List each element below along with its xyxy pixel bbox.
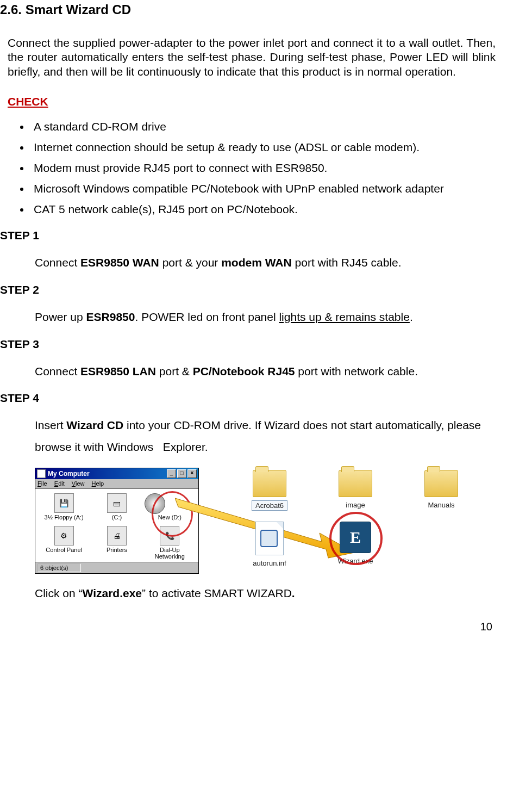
printer-icon: 🖨 [107,526,127,546]
drive-label: New (D:) [145,514,195,520]
text-bold: Wizard CD [66,419,123,431]
text-bold: ESR9850 [86,311,135,323]
maximize-icon: □ [177,469,186,478]
list-item: A standard CD-ROM drive [30,120,502,133]
wizard-exe-icon: E [340,522,371,553]
check-heading: CHECK [8,95,502,108]
text: . POWER led on front panel [135,311,279,323]
folder-manuals: Manuals [403,470,479,511]
window-title: My Computer [48,470,90,478]
check-list: A standard CD-ROM drive Internet connect… [0,120,502,216]
text: Connect [35,256,80,269]
text: port & your [159,256,221,269]
window-body: 💾 3½ Floppy (A:) 🖴 (C:) New (D:) ⚙ Contr… [35,488,198,562]
section-heading: 2.6. Smart Wizard CD [0,2,502,17]
text: Connect [35,365,80,377]
step4-label: STEP 4 [0,392,502,405]
step3-body: Connect ESR9850 LAN port & PC/Notebook R… [35,361,502,382]
drive-floppy: 💾 3½ Floppy (A:) [39,493,89,520]
drive-c: 🖴 (C:) [91,493,142,520]
item-label: Dial-Up Networking [145,547,195,560]
window-statusbar: 6 object(s) [35,562,198,573]
dialup: 📞 Dial-Up Networking [145,526,195,560]
page-number: 10 [0,621,492,633]
drive-cd: New (D:) [145,493,195,520]
folder-panel: Acrobat6 image Manuals autorun.inf E Wiz… [232,470,479,568]
text-bold: PC/Notebook RJ45 [193,365,295,377]
step1-body: Connect ESR9850 WAN port & your modem WA… [35,252,502,274]
status-text: 6 object(s) [37,563,81,572]
list-item: Microsoft Windows compatible PC/Notebook… [30,182,502,195]
minimize-icon: _ [167,469,176,478]
text: Power up [35,311,86,323]
empty-cell [403,522,479,568]
text: ” to activate SMART WIZARD [142,587,292,599]
text: port & [156,365,193,377]
text-bold: Wizard.exe [83,587,142,599]
step3-label: STEP 3 [0,338,502,351]
inf-file-icon [255,522,284,555]
mycomputer-window: My Computer _ □ × FFileile Edit View Hel… [35,468,199,574]
file-label: Wizard.exe [334,556,376,566]
step4-body: Insert Wizard CD into your CD-ROM drive.… [35,414,502,458]
file-label: autorun.inf [249,559,289,568]
drive-label: (C:) [91,514,142,520]
menu-edit: Edit [54,480,65,487]
floppy-icon: 💾 [54,493,74,513]
dialup-icon: 📞 [160,526,179,546]
step2-label: STEP 2 [0,283,502,296]
text: Insert [35,419,66,431]
folder-icon [339,470,372,497]
step2-body: Power up ESR9850. POWER led on front pan… [35,306,502,328]
folder-label: Acrobat6 [252,500,287,511]
text-bold: . [292,587,295,599]
menu-view: View [72,480,85,487]
text: port with RJ45 cable. [292,256,402,269]
text-bold: ESR9850 LAN [80,365,156,377]
hdd-icon: 🖴 [107,493,127,513]
text: port with network cable. [295,365,418,377]
file-wizard: E Wizard.exe [317,522,393,568]
list-item: CAT 5 network cable(s), RJ45 port on PC/… [30,203,502,216]
folder-acrobat: Acrobat6 [232,470,308,511]
intro-paragraph: Connect the supplied power-adapter to th… [8,36,496,79]
after-figure-text: Click on “Wizard.exe” to activate SMART … [35,587,502,600]
text: Click on “ [35,587,83,599]
folder-icon [253,470,286,497]
menu-help: Help [92,480,104,487]
list-item: Modem must provide RJ45 port to connect … [30,162,502,175]
close-icon: × [187,469,197,478]
step1-label: STEP 1 [0,229,502,242]
controlpanel-icon: ⚙ [54,526,74,546]
file-autorun: autorun.inf [232,522,308,568]
folder-image: image [317,470,393,511]
drive-label: 3½ Floppy (A:) [39,514,89,520]
item-label: Printers [91,547,142,553]
text: . [410,311,413,323]
printers: 🖨 Printers [91,526,142,560]
item-label: Control Panel [39,547,89,553]
text-underline: lights up & remains stable [279,311,409,323]
text-bold: ESR9850 WAN [80,256,159,269]
figure-row: My Computer _ □ × FFileile Edit View Hel… [35,468,502,574]
list-item: Internet connection should be setup & re… [30,141,502,154]
cd-icon [145,493,165,514]
text-bold: modem WAN [221,256,292,269]
window-menubar: FFileile Edit View Help [35,479,198,488]
folder-label: image [342,500,368,510]
mycomputer-icon [37,469,46,478]
control-panel: ⚙ Control Panel [39,526,89,560]
folder-label: Manuals [424,500,458,510]
window-titlebar: My Computer _ □ × [35,468,198,479]
menu-file: FFileile [37,480,47,487]
folder-icon [424,470,458,497]
